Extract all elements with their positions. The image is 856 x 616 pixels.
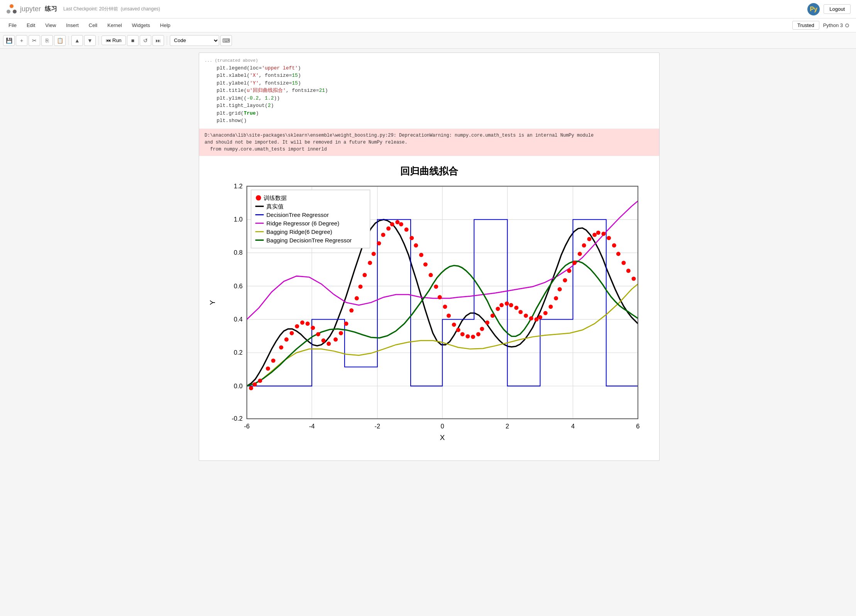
svg-point-99 (572, 261, 577, 265)
svg-text:Bagging Ridge(6 Degree): Bagging Ridge(6 Degree) (266, 228, 332, 235)
svg-text:-2: -2 (374, 422, 380, 429)
notebook-area: ... (truncated above) plt.legend(loc='up… (0, 49, 856, 614)
svg-text:0.4: 0.4 (234, 316, 243, 323)
svg-point-42 (295, 324, 299, 328)
svg-text:1.0: 1.0 (234, 216, 243, 223)
svg-point-106 (607, 236, 611, 240)
svg-point-37 (266, 366, 270, 371)
y-label: Y (208, 300, 217, 305)
svg-point-78 (471, 335, 475, 339)
svg-point-100 (578, 252, 582, 256)
svg-point-73 (447, 313, 451, 318)
jupyter-logo-icon (5, 3, 18, 15)
menu-cell[interactable]: Cell (84, 21, 102, 30)
restart-run-button[interactable]: ⏭ (152, 35, 164, 46)
move-up-button[interactable]: ▲ (71, 35, 83, 46)
cell-content: ... (truncated above) plt.legend(loc='up… (199, 52, 660, 461)
svg-point-76 (460, 332, 465, 336)
run-icon: ⏮ (106, 37, 111, 43)
svg-point-84 (499, 303, 504, 307)
svg-point-74 (452, 322, 456, 327)
notebook-title[interactable]: 练习 (45, 5, 57, 13)
svg-point-35 (253, 382, 257, 386)
svg-point-44 (306, 322, 310, 326)
svg-point-101 (582, 243, 586, 247)
svg-point-0 (10, 4, 14, 8)
move-down-button[interactable]: ▼ (84, 35, 96, 46)
svg-point-48 (326, 342, 331, 346)
svg-point-70 (434, 284, 438, 289)
header: jupyter 练习 Last Checkpoint: 20分钟前 (unsav… (0, 0, 856, 19)
svg-point-60 (386, 226, 391, 230)
svg-point-63 (399, 222, 403, 226)
svg-point-2 (13, 10, 17, 14)
svg-text:6: 6 (636, 422, 639, 429)
svg-point-107 (612, 243, 616, 247)
svg-text:真实值: 真实值 (266, 203, 284, 209)
trusted-button[interactable]: Trusted (792, 21, 819, 30)
svg-text:Ridge Regressor (6 Degree): Ridge Regressor (6 Degree) (266, 220, 339, 226)
menu-kernel[interactable]: Kernel (103, 21, 127, 30)
svg-point-56 (368, 261, 372, 265)
save-button[interactable]: 💾 (3, 35, 15, 46)
toolbar-sep-2 (98, 36, 99, 45)
output-image: 回归曲线拟合 (199, 156, 659, 461)
svg-point-98 (567, 269, 571, 273)
menu-widgets[interactable]: Widgets (127, 21, 155, 30)
svg-point-55 (362, 273, 367, 277)
menu-file[interactable]: File (4, 21, 21, 30)
menu-view[interactable]: View (41, 21, 61, 30)
svg-point-88 (518, 310, 523, 314)
menu-help[interactable]: Help (156, 21, 175, 30)
code-cell: ... (truncated above) plt.legend(loc='up… (196, 52, 660, 461)
svg-point-62 (395, 220, 399, 224)
svg-point-43 (300, 320, 305, 325)
svg-point-92 (538, 315, 542, 319)
svg-text:-6: -6 (244, 422, 250, 429)
toolbar-sep-1 (68, 36, 69, 45)
kernel-info: Python 3 (820, 22, 852, 28)
copy-button[interactable]: ⎘ (41, 35, 53, 46)
plot-title: 回归曲线拟合 (400, 166, 458, 176)
logout-button[interactable]: Logout (824, 4, 851, 14)
svg-point-103 (592, 232, 597, 237)
svg-point-83 (496, 306, 500, 311)
cell-type-select[interactable]: Code Markdown Raw NBConvert (170, 35, 219, 46)
python-icon: Py (807, 3, 820, 15)
menu-edit[interactable]: Edit (22, 21, 40, 30)
svg-point-111 (631, 276, 636, 281)
svg-point-34 (249, 386, 253, 390)
svg-point-51 (344, 322, 348, 326)
svg-text:1.2: 1.2 (234, 182, 243, 189)
restart-button[interactable]: ↺ (140, 35, 151, 46)
svg-point-45 (311, 325, 315, 330)
svg-point-90 (529, 316, 533, 320)
output-stderr: D:\anaconda\lib\site-packages\sklearn\en… (199, 129, 659, 156)
svg-point-75 (456, 328, 460, 332)
menu-insert[interactable]: Insert (61, 21, 83, 30)
jupyter-logo: jupyter (5, 3, 41, 15)
cut-button[interactable]: ✂ (29, 35, 40, 46)
svg-point-59 (381, 232, 385, 237)
svg-text:Bagging DecisionTree Regressor: Bagging DecisionTree Regressor (266, 237, 352, 243)
svg-point-102 (587, 237, 591, 241)
svg-point-69 (429, 273, 433, 277)
toolbar-sep-3 (167, 36, 167, 45)
stop-button[interactable]: ■ (127, 35, 139, 46)
y-axis-labels: 1.2 1.0 0.8 0.6 0.4 0.2 0.0 -0.2 (232, 182, 242, 422)
kernel-label: Python 3 (823, 22, 843, 28)
run-label: Run (112, 37, 122, 43)
run-button[interactable]: ⏮ Run (102, 36, 126, 45)
keyboard-shortcuts-button[interactable]: ⌨ (220, 35, 232, 46)
paste-button[interactable]: 📋 (54, 35, 66, 46)
svg-point-68 (423, 262, 428, 266)
svg-point-1 (7, 10, 10, 14)
checkpoint-info: Last Checkpoint: 20分钟前 (unsaved changes) (63, 6, 160, 12)
cell-input[interactable]: ... (truncated above) plt.legend(loc='up… (199, 53, 659, 129)
svg-text:训练数据: 训练数据 (264, 195, 287, 201)
svg-point-40 (284, 337, 289, 342)
svg-point-52 (349, 308, 354, 312)
add-cell-button[interactable]: + (16, 35, 27, 46)
svg-point-46 (316, 332, 320, 336)
svg-point-47 (321, 338, 326, 342)
